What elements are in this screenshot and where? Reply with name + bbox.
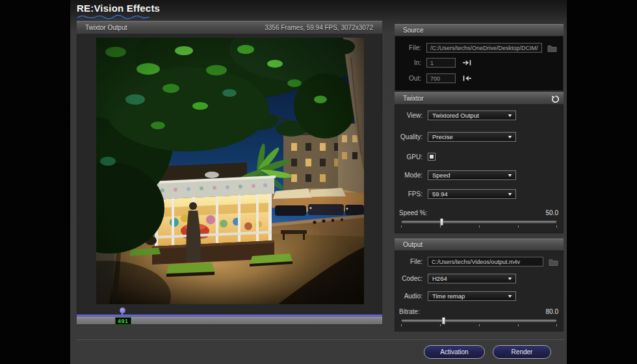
view-dropdown[interactable]: Twixtored Output ▼ bbox=[428, 110, 516, 120]
gpu-checkbox-checkmark bbox=[430, 155, 434, 159]
arrow-to-bar-right-icon bbox=[462, 59, 472, 66]
source-browse-button[interactable] bbox=[545, 43, 558, 53]
activation-button[interactable]: Activation bbox=[424, 345, 485, 359]
quality-dropdown-value: Precise bbox=[432, 133, 453, 140]
quality-dropdown[interactable]: Precise ▼ bbox=[428, 132, 516, 142]
speed-label: Speed %: bbox=[399, 209, 427, 216]
audio-label: Audio: bbox=[398, 292, 422, 300]
folder-icon bbox=[547, 44, 557, 52]
app-window: RE:Vision Effects Twixtor Output 3356 Fr… bbox=[70, 0, 567, 364]
speed-value: 50.0 bbox=[546, 209, 558, 216]
footer-divider bbox=[77, 339, 564, 340]
timeline-scrubber[interactable]: 491 bbox=[77, 315, 382, 325]
twixtor-header-label: Twixtor bbox=[403, 95, 424, 102]
out-point-input[interactable] bbox=[426, 73, 456, 83]
mode-label: Mode: bbox=[398, 172, 422, 179]
fps-label: FPS: bbox=[398, 190, 422, 198]
source-file-label: File: bbox=[398, 44, 421, 51]
chevron-down-icon: ▼ bbox=[507, 294, 513, 298]
output-file-label: File: bbox=[398, 258, 422, 265]
source-section-header: Source bbox=[395, 24, 564, 36]
quality-label: Quality: bbox=[398, 133, 422, 140]
speed-slider-track[interactable] bbox=[401, 220, 557, 224]
speed-slider-thumb[interactable] bbox=[440, 218, 443, 226]
in-point-label: In: bbox=[398, 59, 421, 66]
preview-panel: Twixtor Output 3356 Frames, 59.94 FPS, 3… bbox=[77, 21, 382, 315]
output-header-label: Output bbox=[403, 241, 422, 248]
preview-viewport bbox=[77, 34, 382, 315]
fps-dropdown-value: 59.94 bbox=[432, 190, 448, 198]
out-point-label: Out: bbox=[398, 75, 421, 82]
view-dropdown-value: Twixtored Output bbox=[432, 112, 479, 119]
chevron-down-icon: ▼ bbox=[507, 173, 513, 177]
source-file-input[interactable] bbox=[426, 43, 542, 53]
chevron-down-icon: ▼ bbox=[507, 113, 513, 118]
bitrate-label: Bitrate: bbox=[399, 308, 420, 315]
bitrate-slider-thumb[interactable] bbox=[442, 317, 445, 324]
bitrate-value: 80.0 bbox=[546, 308, 558, 315]
arrow-to-bar-left-icon bbox=[462, 75, 472, 82]
preview-title: Twixtor Output bbox=[85, 21, 127, 34]
preview-image bbox=[96, 38, 364, 304]
folder-icon bbox=[549, 258, 558, 266]
chevron-down-icon: ▼ bbox=[507, 135, 513, 139]
set-in-point-button[interactable] bbox=[462, 59, 472, 66]
output-section-header: Output bbox=[395, 239, 564, 251]
codec-label: Codec: bbox=[398, 275, 422, 282]
speed-slider[interactable] bbox=[401, 219, 557, 228]
preview-header: Twixtor Output 3356 Frames, 59.94 FPS, 3… bbox=[77, 21, 382, 34]
playhead-stem bbox=[122, 312, 123, 315]
output-file-input[interactable] bbox=[428, 257, 543, 266]
twixtor-section-body: View: Twixtored Output ▼ Quality: Precis… bbox=[395, 105, 564, 233]
audio-dropdown-value: Time remap bbox=[432, 292, 465, 300]
chevron-down-icon: ▼ bbox=[507, 276, 513, 281]
twixtor-section-header: Twixtor bbox=[395, 92, 564, 105]
in-point-input[interactable] bbox=[426, 58, 456, 68]
output-browse-button[interactable] bbox=[547, 257, 560, 266]
mode-dropdown[interactable]: Speed ▼ bbox=[428, 170, 516, 180]
source-section-body: File: In: bbox=[395, 36, 564, 91]
clip-info: 3356 Frames, 59.94 FPS, 3072x3072 bbox=[265, 21, 373, 34]
bitrate-slider-track[interactable] bbox=[401, 319, 557, 322]
codec-dropdown-value: H264 bbox=[432, 275, 447, 282]
timeline-playhead[interactable] bbox=[120, 315, 125, 315]
view-label: View: bbox=[398, 112, 422, 119]
source-header-label: Source bbox=[403, 27, 424, 34]
fps-dropdown[interactable]: 59.94 ▼ bbox=[428, 189, 516, 199]
title-underline-decoration bbox=[77, 15, 150, 20]
settings-panel: Source File: In: bbox=[395, 24, 564, 332]
set-out-point-button[interactable] bbox=[462, 75, 472, 82]
codec-dropdown[interactable]: H264 ▼ bbox=[428, 274, 516, 283]
render-button[interactable]: Render bbox=[493, 345, 551, 359]
screen: RE:Vision Effects Twixtor Output 3356 Fr… bbox=[0, 0, 637, 364]
reset-button[interactable] bbox=[550, 94, 560, 103]
gpu-label: GPU: bbox=[398, 153, 422, 161]
app-title: RE:Vision Effects bbox=[77, 3, 160, 14]
bitrate-slider[interactable] bbox=[401, 318, 557, 327]
audio-dropdown[interactable]: Time remap ▼ bbox=[428, 291, 516, 301]
output-section-body: File: Codec: H264 ▼ Audi bbox=[395, 251, 564, 332]
reset-circular-arrow-icon bbox=[551, 95, 560, 103]
chevron-down-icon: ▼ bbox=[507, 192, 513, 196]
gpu-checkbox[interactable] bbox=[428, 153, 436, 161]
mode-dropdown-value: Speed bbox=[432, 172, 450, 179]
current-frame-badge: 491 bbox=[115, 317, 131, 325]
